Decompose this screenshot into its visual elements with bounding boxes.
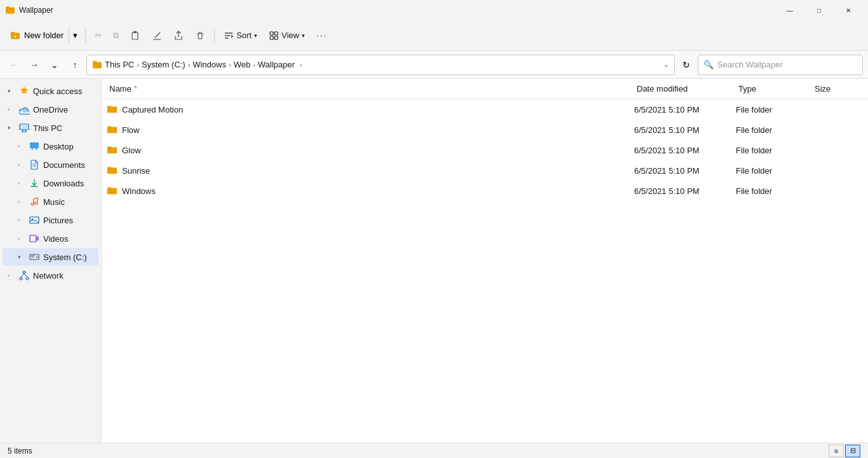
file-type: File folder xyxy=(736,186,812,196)
delete-button[interactable] xyxy=(190,24,210,47)
breadcrumb-thispc[interactable]: This PC xyxy=(105,60,134,69)
refresh-button[interactable]: ↻ xyxy=(677,56,695,74)
svg-rect-10 xyxy=(275,36,278,39)
file-modified: 6/5/2021 5:10 PM xyxy=(634,105,736,114)
address-chevron: › xyxy=(300,61,302,69)
status-bar: 5 items ≡ ⊟ xyxy=(0,443,868,458)
file-type: File folder xyxy=(736,125,812,135)
sidebar-item-onedrive[interactable]: › OneDrive xyxy=(3,101,98,118)
dropdown-button[interactable]: ⌄ xyxy=(46,56,64,74)
details-view-button[interactable]: ⊟ xyxy=(845,445,860,457)
breadcrumb-systemc[interactable]: System (C:) xyxy=(142,60,186,69)
sidebar-item-pictures[interactable]: › Pictures xyxy=(3,211,98,229)
sidebar-item-downloads[interactable]: › Downloads xyxy=(3,174,98,192)
downloads-chevron: › xyxy=(18,180,25,186)
sidebar-label-documents: Documents xyxy=(43,160,85,170)
svg-text:+: + xyxy=(14,34,17,39)
file-modified: 6/5/2021 5:10 PM xyxy=(634,146,736,155)
main-content: ▾ Quick access › OneDrive ▾ xyxy=(0,79,868,443)
sidebar-label-music: Music xyxy=(43,197,65,207)
cut-button[interactable]: ✂ xyxy=(90,24,107,47)
title-bar-left: Wallpaper xyxy=(5,5,53,15)
svg-point-23 xyxy=(35,202,37,204)
sidebar-item-videos[interactable]: › Videos xyxy=(3,230,98,247)
search-box[interactable]: 🔍 Search Wallpaper xyxy=(698,55,863,75)
sidebar-item-quick-access[interactable]: ▾ Quick access xyxy=(3,82,98,100)
sidebar-item-this-pc[interactable]: ▾ This PC xyxy=(3,119,98,137)
this-pc-icon xyxy=(19,123,29,133)
details-view-icon: ⊟ xyxy=(850,447,856,455)
breadcrumb-web[interactable]: Web xyxy=(234,60,251,69)
back-button[interactable]: ← xyxy=(5,56,23,74)
downloads-icon xyxy=(29,178,39,188)
svg-line-19 xyxy=(36,148,37,150)
quick-access-icon xyxy=(19,86,29,96)
breadcrumb-windows[interactable]: Windows xyxy=(193,60,226,69)
videos-icon xyxy=(29,233,39,244)
toolbar-sep-2 xyxy=(214,28,215,43)
quick-access-chevron: ▾ xyxy=(8,88,15,94)
copy-icon: ⧉ xyxy=(113,31,119,41)
file-name: Sunrise xyxy=(122,166,150,176)
view-label: View xyxy=(281,31,299,40)
sidebar-label-downloads: Downloads xyxy=(43,179,84,188)
desktop-icon xyxy=(29,141,39,151)
file-modified: 6/5/2021 5:10 PM xyxy=(634,166,736,176)
system-c-icon xyxy=(29,252,39,262)
folder-icon xyxy=(107,165,117,176)
svg-rect-8 xyxy=(275,32,278,35)
toolbar: + New folder ▾ ✂ ⧉ xyxy=(0,20,868,51)
view-button[interactable]: View ▾ xyxy=(264,24,310,47)
column-header-type[interactable]: Type xyxy=(736,81,812,96)
sidebar-label-network: Network xyxy=(33,271,64,281)
table-row[interactable]: Flow 6/5/2021 5:10 PM File folder xyxy=(102,120,868,140)
table-row[interactable]: Windows 6/5/2021 5:10 PM File folder xyxy=(102,181,868,201)
file-rows-container: Captured Motion 6/5/2021 5:10 PM File fo… xyxy=(102,99,868,201)
address-bar[interactable]: This PC › System (C:) › Windows › Web › … xyxy=(86,55,675,75)
address-dropdown-icon[interactable]: ⌄ xyxy=(663,60,669,69)
sidebar-label-system-c: System (C:) xyxy=(43,253,87,262)
new-folder-label: New folder xyxy=(24,31,64,40)
sidebar-label-onedrive: OneDrive xyxy=(33,105,68,114)
copy-button[interactable]: ⧉ xyxy=(108,24,124,47)
this-pc-chevron: ▾ xyxy=(8,125,15,131)
maximize-button[interactable]: □ xyxy=(804,0,834,20)
paste-button[interactable] xyxy=(125,24,146,47)
up-button[interactable]: ↑ xyxy=(66,56,84,74)
file-type: File folder xyxy=(736,166,812,176)
nav-bar: ← → ⌄ ↑ This PC › System (C:) › Windows … xyxy=(0,51,868,79)
sort-button[interactable]: Sort ▾ xyxy=(219,24,262,47)
table-row[interactable]: Glow 6/5/2021 5:10 PM File folder xyxy=(102,140,868,160)
minimize-button[interactable]: — xyxy=(775,0,804,20)
column-header-modified[interactable]: Date modified xyxy=(634,81,736,96)
sidebar-item-network[interactable]: › Network xyxy=(3,267,98,284)
sidebar-item-documents[interactable]: › Documents xyxy=(3,156,98,174)
sidebar-label-pictures: Pictures xyxy=(43,216,73,225)
rename-button[interactable] xyxy=(147,24,167,47)
list-view-button[interactable]: ≡ xyxy=(829,445,844,457)
close-button[interactable]: ✕ xyxy=(834,0,863,20)
new-folder-main[interactable]: + New folder xyxy=(5,27,69,45)
sidebar-item-system-c[interactable]: ▾ System (C:) xyxy=(3,248,98,266)
view-icon xyxy=(269,31,279,41)
share-button[interactable] xyxy=(168,24,189,47)
sidebar-item-desktop[interactable]: › Desktop xyxy=(3,137,98,155)
table-row[interactable]: Captured Motion 6/5/2021 5:10 PM File fo… xyxy=(102,99,868,120)
column-header-name[interactable]: Name ^ xyxy=(107,81,634,96)
sidebar-item-music[interactable]: › Music xyxy=(3,193,98,211)
music-icon xyxy=(29,197,39,207)
forward-button[interactable]: → xyxy=(25,56,43,74)
sidebar-label-videos: Videos xyxy=(43,234,69,244)
pictures-chevron: › xyxy=(18,217,25,223)
sidebar-label-this-pc: This PC xyxy=(33,123,62,133)
table-row[interactable]: Sunrise 6/5/2021 5:10 PM File folder xyxy=(102,160,868,181)
column-header-size[interactable]: Size xyxy=(812,81,863,96)
more-button[interactable]: ··· xyxy=(311,24,332,47)
list-view-icon: ≡ xyxy=(834,447,838,455)
new-folder-dropdown[interactable]: ▾ xyxy=(69,27,81,44)
sort-label: Sort xyxy=(236,31,252,40)
breadcrumb-wallpaper[interactable]: Wallpaper xyxy=(258,60,295,69)
folder-icon xyxy=(107,145,117,155)
folder-icon xyxy=(107,104,117,114)
new-folder-group[interactable]: + New folder ▾ xyxy=(5,27,81,45)
